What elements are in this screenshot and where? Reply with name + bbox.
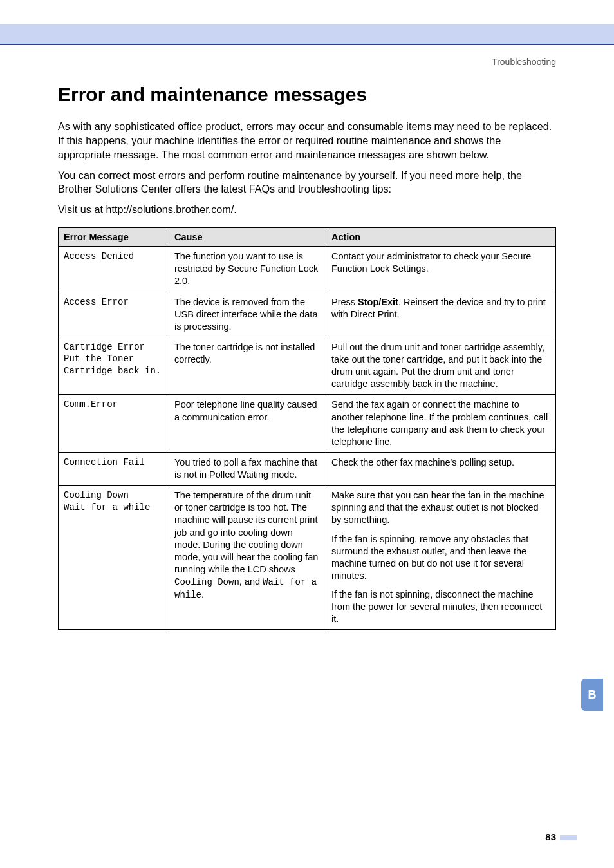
cause-mid1: , and	[239, 576, 263, 587]
main-content: Error and maintenance messages As with a…	[58, 84, 556, 630]
table-row: Access Denied The function you want to u…	[59, 247, 556, 292]
action-para: If the fan is spinning, remove any obsta…	[331, 533, 550, 583]
cell-cause: You tried to poll a fax machine that is …	[169, 452, 326, 485]
cell-action: Contact your administrator to check your…	[326, 247, 556, 292]
action-para: If the fan is not spinning, disconnect t…	[331, 589, 550, 625]
table-row: Comm.Error Poor telephone line quality c…	[59, 395, 556, 453]
cell-error-message: Access Denied	[59, 247, 169, 292]
table-row: Cooling Down Wait for a while The temper…	[59, 486, 556, 630]
page-number-accent	[560, 835, 577, 840]
cell-error-message: Connection Fail	[59, 452, 169, 485]
action-para: Make sure that you can hear the fan in t…	[331, 489, 550, 526]
th-action: Action	[326, 228, 556, 247]
intro-paragraph-3: Visit us at http://solutions.brother.com…	[58, 203, 556, 217]
th-error-message: Error Message	[59, 228, 169, 247]
cell-action: Send the fax again or connect the machin…	[326, 395, 556, 453]
cell-action: Press Stop/Exit. Reinsert the device and…	[326, 292, 556, 337]
cell-error-message: Access Error	[59, 292, 169, 337]
table-row: Access Error The device is removed from …	[59, 292, 556, 337]
cell-cause: The toner cartridge is not installed cor…	[169, 337, 326, 395]
intro-p3-suffix: .	[234, 203, 237, 215]
table-row: Connection Fail You tried to poll a fax …	[59, 452, 556, 485]
error-table-body: Access Denied The function you want to u…	[59, 247, 556, 630]
cell-action: Check the other fax machine's polling se…	[326, 452, 556, 485]
cause-mono-1: Cooling Down	[174, 577, 239, 587]
cell-cause: The temperature of the drum unit or tone…	[169, 486, 326, 630]
cell-error-message: Comm.Error	[59, 395, 169, 453]
section-tab: B	[581, 679, 603, 711]
cell-cause: The function you want to use is restrict…	[169, 247, 326, 292]
error-table: Error Message Cause Action Access Denied…	[58, 227, 556, 630]
cell-cause: The device is removed from the USB direc…	[169, 292, 326, 337]
cause-post: .	[201, 589, 204, 599]
cell-action: Pull out the drum unit and toner cartrid…	[326, 337, 556, 395]
cell-action: Make sure that you can hear the fan in t…	[326, 486, 556, 630]
cell-cause: Poor telephone line quality caused a com…	[169, 395, 326, 453]
table-row: Cartridge Error Put the Toner Cartridge …	[59, 337, 556, 395]
cell-error-message: Cartridge Error Put the Toner Cartridge …	[59, 337, 169, 395]
intro-p3-prefix: Visit us at	[58, 203, 106, 215]
intro-paragraph-1: As with any sophisticated office product…	[58, 120, 556, 162]
breadcrumb: Troubleshooting	[492, 57, 556, 67]
cell-error-message: Cooling Down Wait for a while	[59, 486, 169, 630]
page-number: 83	[545, 831, 556, 842]
page-title: Error and maintenance messages	[58, 84, 556, 106]
intro-paragraph-2: You can correct most errors and perform …	[58, 169, 556, 197]
header-bar	[0, 24, 614, 45]
solutions-link[interactable]: http://solutions.brother.com/	[106, 203, 234, 215]
cause-pre: The temperature of the drum unit or tone…	[174, 490, 318, 574]
th-cause: Cause	[169, 228, 326, 247]
